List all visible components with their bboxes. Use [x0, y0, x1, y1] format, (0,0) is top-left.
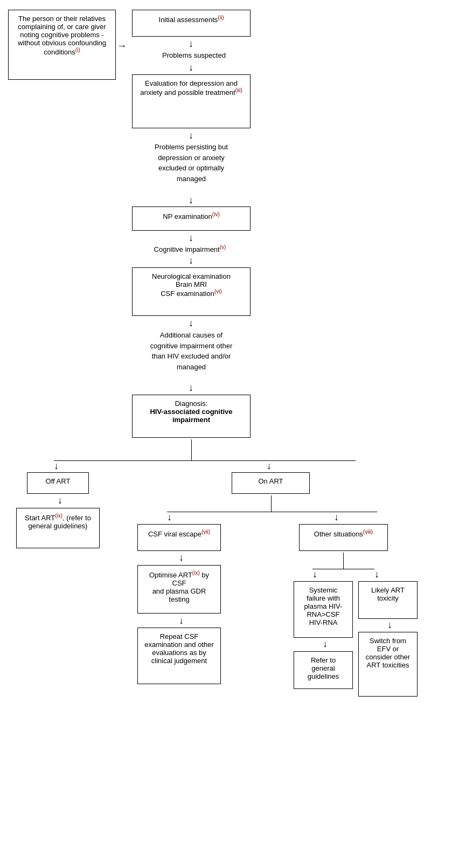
arrow-right-1: →: [117, 40, 127, 52]
arrow-down-off-art-2: ↓: [58, 495, 62, 505]
arrow-down-repeat: ↓: [179, 616, 184, 625]
likely-art-box: Likely ART toxicity: [358, 581, 418, 619]
arrow-down-refer: ↓: [323, 639, 328, 649]
arrow-down-6: ↓: [189, 256, 193, 265]
arrow-down-8: ↓: [189, 383, 193, 392]
other-situations-text: Other situations(viii): [314, 530, 373, 538]
arrow-down-likely: ↓: [374, 569, 379, 579]
problems-persisting-text: Problems persisting butdepression or anx…: [137, 142, 245, 184]
systemic-failure-text: Systemic failure with plasma HIV-RNA>CSF…: [304, 586, 343, 626]
initial-patient-sup: (i): [75, 47, 80, 53]
switch-efv-text: Switch from EFV or consider other ART to…: [366, 637, 410, 669]
diagnosis-box: Diagnosis:HIV-associated cognitive impai…: [132, 395, 251, 438]
arrow-down-1: ↓: [189, 39, 193, 49]
line-v-on-art: [271, 495, 272, 512]
evaluation-sup: (iii): [235, 87, 242, 93]
other-situations-box: Other situations(viii): [299, 524, 388, 551]
repeat-csf-box: Repeat CSF examination and other evaluat…: [137, 628, 221, 684]
start-art-sup: (ix): [55, 513, 62, 519]
arrow-down-off-art: ↓: [54, 461, 59, 471]
optimise-sup: (ix): [192, 570, 200, 576]
csf-viral-box: CSF viral escape(vii): [137, 524, 221, 551]
arrow-down-3: ↓: [189, 130, 193, 140]
csf-viral-text: CSF viral escape(vii): [148, 530, 210, 538]
line-h-on-art-split: [167, 512, 377, 512]
arrow-down-4: ↓: [189, 195, 193, 205]
off-art-box: Off ART: [27, 472, 89, 494]
problems-suspected-text: Problems suspected: [151, 51, 237, 59]
cog-sup: (v): [220, 244, 226, 250]
neurological-box: Neurological examinationBrain MRICSF exa…: [132, 267, 251, 316]
on-art-box: On ART: [232, 472, 310, 494]
neuro-sup: (vi): [214, 288, 222, 294]
line-v-other: [343, 553, 344, 569]
arrow-down-systemic: ↓: [312, 569, 317, 579]
switch-efv-box: Switch from EFV or consider other ART to…: [358, 632, 418, 697]
np-sup: (iv): [212, 211, 220, 217]
cognitive-impairment-text: Cognitive impairment(v): [143, 244, 237, 253]
arrow-down-other: ↓: [334, 512, 339, 522]
diagnosis-text: Diagnosis:HIV-associated cognitive impai…: [150, 399, 232, 424]
arrow-down-7: ↓: [189, 318, 193, 328]
arrow-down-csf-2: ↓: [179, 553, 184, 562]
np-examination-box: NP examination(iv): [132, 206, 251, 231]
arrow-down-on-art: ↓: [267, 461, 272, 471]
evaluation-box: Evaluation for depression and anxiety an…: [132, 74, 251, 128]
flowchart: The person or their relatives complainin…: [0, 0, 459, 868]
other-sup: (viii): [363, 529, 373, 535]
arrow-down-5: ↓: [189, 233, 193, 243]
repeat-csf-text: Repeat CSF examination and other evaluat…: [144, 632, 214, 665]
refer-general-box: Refer to general guidelines: [294, 651, 353, 689]
evaluation-text: Evaluation for depression and anxiety an…: [140, 79, 242, 97]
initial-patient-text: The person or their relatives complainin…: [18, 15, 106, 56]
line-h-split: [54, 460, 356, 461]
optimise-art-box: Optimise ART(ix) by CSFand plasma GDRtes…: [137, 565, 221, 614]
line-v-diagnosis: [191, 439, 192, 461]
arrow-down-2: ↓: [189, 63, 193, 72]
line-h-other-split: [312, 569, 374, 569]
np-examination-text: NP examination(iv): [163, 212, 219, 221]
refer-general-text: Refer to general guidelines: [308, 656, 339, 680]
start-art-box: Start ART(ix), (refer to general guideli…: [16, 508, 100, 548]
likely-art-text: Likely ART toxicity: [371, 586, 405, 602]
off-art-text: Off ART: [46, 477, 71, 485]
additional-causes-text: Additional causes ofcognitive impairment…: [132, 330, 251, 372]
initial-assessments-box: Initial assessments(ii): [132, 10, 251, 37]
start-art-text: Start ART(ix), (refer to general guideli…: [25, 514, 91, 530]
systemic-failure-box: Systemic failure with plasma HIV-RNA>CSF…: [294, 581, 353, 638]
csf-sup: (vii): [201, 529, 210, 535]
arrow-down-csf: ↓: [167, 512, 172, 522]
optimise-art-text: Optimise ART(ix) by CSFand plasma GDRtes…: [149, 571, 209, 603]
initial-assessments-text: Initial assessments(ii): [159, 16, 224, 24]
initial-assessments-sup: (ii): [218, 15, 224, 20]
arrow-down-switch: ↓: [387, 620, 392, 630]
neurological-text: Neurological examinationBrain MRICSF exa…: [152, 272, 231, 298]
on-art-text: On ART: [258, 477, 283, 485]
initial-patient-box: The person or their relatives complainin…: [8, 10, 116, 80]
